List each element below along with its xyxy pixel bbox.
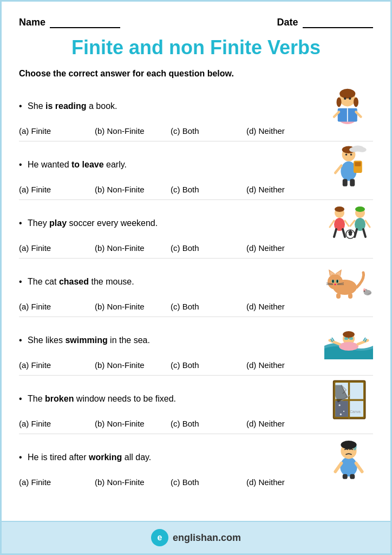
- option-2d: (d) Neither: [246, 185, 311, 194]
- footer-site: englishan.com: [173, 532, 241, 544]
- svg-text:Canva: Canva: [350, 410, 361, 414]
- footer: e englishan.com: [2, 521, 390, 553]
- question-text-7: He is tired after working all day.: [28, 453, 151, 462]
- option-2c: (c) Both: [171, 185, 246, 194]
- options-row-6: (a) Finite (b) Non-Finite (c) Both (d) N…: [19, 419, 373, 428]
- option-4b: (b) Non-Finite: [95, 302, 171, 311]
- option-1c: (c) Both: [171, 126, 246, 135]
- svg-line-33: [355, 229, 357, 237]
- name-label: Name: [19, 17, 45, 28]
- question-row-2: • He wanted to leave early.: [19, 146, 373, 184]
- option-2b: (b) Non-Finite: [95, 185, 171, 194]
- question-block-3: • They play soccer every weekend.: [19, 204, 373, 253]
- svg-point-5: [344, 97, 347, 100]
- option-5c: (c) Both: [171, 360, 246, 370]
- svg-point-61: [364, 291, 365, 292]
- svg-rect-85: [335, 401, 348, 417]
- option-4d: (d) Neither: [246, 302, 311, 311]
- worksheet-page: Name Date Finite and non Finite Verbs Ch…: [0, 0, 392, 555]
- question-block-2: • He wanted to leave early.: [19, 146, 373, 194]
- question-row-6: • The broken window needs to be fixed.: [19, 380, 373, 418]
- image-cat: [324, 263, 373, 301]
- options-row-4: (a) Finite (b) Non-Finite (c) Both (d) N…: [19, 302, 373, 311]
- instruction-text: Choose the correct answer for each quest…: [19, 69, 373, 79]
- bullet-7: •: [19, 453, 22, 462]
- svg-line-17: [335, 165, 341, 173]
- svg-point-3: [337, 97, 342, 107]
- svg-rect-98: [350, 474, 355, 479]
- option-7a: (a) Finite: [19, 477, 95, 487]
- image-soccer: [324, 204, 373, 242]
- options-row-3: (a) Finite (b) Non-Finite (c) Both (d) N…: [19, 243, 373, 253]
- svg-point-90: [340, 457, 357, 476]
- option-7c: (c) Both: [171, 477, 246, 487]
- option-2a: (a) Finite: [19, 185, 95, 194]
- svg-point-49: [332, 280, 334, 283]
- option-3a: (a) Finite: [19, 243, 95, 253]
- question-block-4: • The cat chased the mouse.: [19, 263, 373, 311]
- svg-point-4: [354, 97, 358, 107]
- date-field: Date: [277, 17, 373, 28]
- date-line: [303, 27, 373, 28]
- svg-point-70: [343, 331, 355, 338]
- question-text-2: He wanted to leave early.: [28, 160, 127, 169]
- svg-line-35: [350, 221, 355, 226]
- question-text-3: They play soccer every weekend.: [28, 218, 158, 228]
- svg-point-20: [350, 153, 352, 155]
- option-1a: (a) Finite: [19, 126, 95, 135]
- svg-line-27: [343, 229, 345, 237]
- option-3c: (c) Both: [171, 243, 246, 253]
- svg-rect-16: [350, 179, 355, 186]
- question-block-5: • She likes swimming in the sea.: [19, 321, 373, 370]
- svg-rect-14: [355, 162, 361, 166]
- question-text-1: She is reading a book.: [28, 101, 117, 111]
- question-text-5: She likes swimming in the sea.: [28, 335, 150, 345]
- bullet-5: •: [19, 335, 22, 345]
- svg-point-88: [340, 414, 342, 415]
- image-broken-window: Canva: [324, 380, 373, 418]
- option-6c: (c) Both: [171, 419, 246, 428]
- svg-point-42: [328, 274, 343, 289]
- svg-line-28: [330, 221, 334, 227]
- option-7b: (b) Non-Finite: [95, 477, 171, 487]
- option-6b: (b) Non-Finite: [95, 419, 171, 428]
- svg-point-67: [339, 342, 358, 351]
- svg-point-22: [349, 147, 358, 152]
- name-field: Name: [19, 17, 120, 28]
- options-row-7: (a) Finite (b) Non-Finite (c) Both (d) N…: [19, 477, 373, 487]
- header-row: Name Date: [19, 17, 373, 28]
- question-row-5: • She likes swimming in the sea.: [19, 321, 373, 359]
- question-row-1: • She is reading a book.: [19, 87, 373, 125]
- svg-point-50: [337, 280, 338, 283]
- question-row-4: • The cat chased the mouse.: [19, 263, 373, 301]
- option-7d: (d) Neither: [246, 477, 311, 487]
- option-5d: (d) Neither: [246, 360, 311, 370]
- svg-line-36: [365, 221, 370, 227]
- footer-logo-icon: e: [151, 529, 168, 546]
- footer-logo: e englishan.com: [151, 529, 241, 546]
- svg-rect-97: [343, 474, 348, 479]
- svg-point-37: [355, 206, 365, 212]
- question-text-4: The cat chased the mouse.: [28, 277, 134, 286]
- question-block-6: • The broken window needs to be fixed.: [19, 380, 373, 428]
- date-label: Date: [277, 17, 298, 28]
- question-text-6: The broken window needs to be fixed.: [28, 394, 176, 403]
- svg-point-6: [349, 97, 351, 100]
- bullet-4: •: [19, 277, 22, 286]
- option-6d: (d) Neither: [246, 419, 311, 428]
- option-5a: (a) Finite: [19, 360, 95, 370]
- svg-rect-57: [348, 293, 352, 299]
- svg-line-34: [363, 229, 365, 237]
- svg-point-86: [338, 404, 340, 406]
- svg-point-94: [341, 441, 356, 449]
- image-leave: [324, 146, 373, 184]
- option-1d: (d) Neither: [246, 126, 311, 135]
- bullet-3: •: [19, 218, 22, 228]
- svg-line-26: [334, 229, 336, 237]
- option-3b: (b) Non-Finite: [95, 243, 171, 253]
- svg-rect-56: [336, 293, 341, 299]
- name-line: [50, 27, 120, 28]
- svg-line-69: [358, 340, 368, 344]
- option-4a: (a) Finite: [19, 302, 95, 311]
- svg-point-87: [343, 411, 344, 412]
